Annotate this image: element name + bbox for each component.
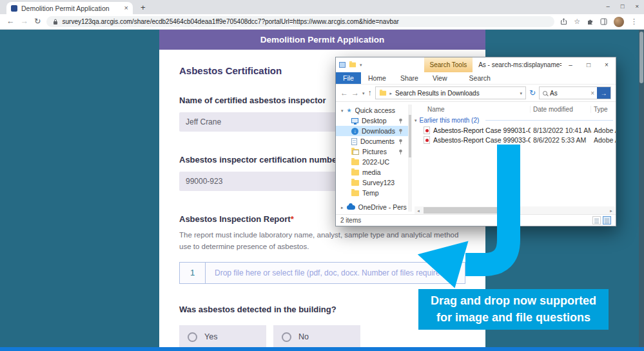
sidebar-item-2022-uc[interactable]: 2022-UC	[336, 157, 412, 167]
file-dropzone[interactable]: 1 Drop file here or select file (pdf, do…	[179, 262, 465, 284]
minimize-icon[interactable]: –	[606, 3, 609, 10]
browser-window-controls: – □ ×	[606, 3, 639, 10]
sidebar-item-media[interactable]: media	[336, 167, 412, 177]
scroll-left-icon[interactable]: ◂	[415, 208, 422, 213]
share-icon[interactable]	[560, 18, 567, 25]
survey-title: Demolition Permit Application	[260, 35, 384, 45]
explorer-back-icon[interactable]: ←	[340, 89, 348, 97]
tab-close-icon[interactable]: ×	[124, 5, 128, 12]
scroll-right-icon[interactable]: ▸	[607, 208, 615, 213]
radio-label-no: No	[298, 332, 309, 341]
horizontal-scrollbar-thumb[interactable]	[424, 207, 514, 214]
desktop-icon	[351, 118, 358, 123]
file-type-cell: Adobe Acro...	[591, 126, 616, 134]
file-row[interactable]: Asbestos-Report Case 999033-OP.pdf 8/6/2…	[415, 135, 616, 145]
column-header-type[interactable]: Type	[591, 106, 616, 113]
explorer-address-bar[interactable]: ▸ Search Results in Downloads ▾	[375, 86, 526, 99]
extensions-icon[interactable]	[587, 18, 594, 25]
explorer-app-icon	[339, 62, 346, 68]
explorer-maximize-icon[interactable]: □	[580, 57, 598, 72]
column-header-name[interactable]: Name	[415, 106, 531, 113]
search-icon	[543, 91, 547, 95]
ribbon-tab-view[interactable]: View	[425, 72, 454, 84]
chevron-down-icon[interactable]: ▾	[341, 108, 344, 113]
reload-icon[interactable]: ↻	[34, 17, 41, 26]
pin-icon[interactable]	[398, 139, 403, 145]
sidebar-item-survey123[interactable]: Survey123	[336, 177, 412, 188]
report-description: The report must include laboratory name,…	[179, 230, 465, 253]
sidebar-item-onedrive[interactable]: ▸ OneDrive - Personal	[336, 202, 412, 212]
column-headers: Name Date modified Type	[415, 104, 616, 115]
pin-icon[interactable]	[398, 118, 403, 124]
radio-circle-icon	[188, 332, 197, 342]
sidebar-item-label: Temp	[362, 189, 379, 197]
explorer-refresh-icon[interactable]: ↻	[529, 89, 536, 97]
back-icon[interactable]: ←	[6, 17, 15, 26]
group-chevron-icon[interactable]: ▾	[415, 118, 417, 123]
column-header-date-modified[interactable]: Date modified	[531, 106, 591, 113]
browser-tab[interactable]: Demolition Permit Application ×	[6, 2, 133, 14]
ribbon-tab-file[interactable]: File	[336, 72, 361, 84]
url-text: survey123qa.arcgis.com/share/ecdb25464cb…	[62, 18, 548, 25]
recent-locations-icon[interactable]: ▾	[362, 91, 365, 95]
sidebar-item-downloads[interactable]: ↓ Downloads	[336, 126, 412, 136]
ribbon-tab-home[interactable]: Home	[361, 72, 393, 84]
pin-icon[interactable]	[398, 128, 403, 134]
taskbar-strip	[0, 347, 644, 351]
explorer-status-bar: 2 items	[336, 214, 616, 226]
ribbon-tab-share[interactable]: Share	[393, 72, 425, 84]
browser-toolbar: ← → ↻ survey123qa.arcgis.com/share/ecdb2…	[0, 14, 644, 30]
search-go-button[interactable]: →	[597, 87, 610, 99]
explorer-close-icon[interactable]: ×	[598, 57, 616, 72]
dropzone-hint-text: Drop file here or select file (pdf, doc,…	[206, 263, 465, 283]
large-icons-view-icon[interactable]	[603, 216, 611, 225]
radio-option-yes[interactable]: Yes	[179, 325, 266, 349]
page-scrollbar[interactable]	[639, 30, 644, 351]
sidebar-item-documents[interactable]: Documents	[336, 136, 412, 146]
pin-icon[interactable]	[398, 149, 403, 155]
sidebar-scrollbar-thumb[interactable]	[409, 115, 411, 157]
qat-dropdown-icon[interactable]: ▾	[360, 63, 362, 67]
sidebar-item-quick-access[interactable]: ▾ ★ Quick access	[336, 105, 412, 115]
explorer-body: ▾ ★ Quick access Desktop ↓ Downloads Doc…	[336, 102, 616, 214]
sidebar-item-temp[interactable]: Temp	[336, 188, 412, 198]
sidebar-item-label: Pictures	[362, 148, 387, 155]
maximize-icon[interactable]: □	[621, 3, 625, 10]
horizontal-scrollbar[interactable]: ◂ ▸	[415, 206, 615, 214]
explorer-up-icon[interactable]: ↑	[368, 89, 372, 97]
profile-avatar[interactable]	[614, 17, 624, 27]
explorer-forward-icon[interactable]: →	[351, 89, 359, 97]
sidebar-scrollbar[interactable]	[408, 105, 412, 212]
group-header[interactable]: ▾ Earlier this month (2)	[415, 115, 616, 125]
explorer-minimize-icon[interactable]: –	[561, 57, 580, 72]
address-chevron-icon: ▸	[390, 91, 393, 95]
explorer-search-box[interactable]: × →	[539, 86, 611, 99]
explorer-search-input[interactable]	[550, 90, 588, 97]
bookmark-star-icon[interactable]: ☆	[574, 18, 580, 25]
sidebar-item-label: media	[362, 168, 381, 176]
new-tab-button[interactable]: +	[141, 3, 146, 12]
address-dropdown-icon[interactable]: ▾	[520, 91, 522, 95]
quick-access-toolbar: ▾	[339, 62, 362, 68]
close-icon[interactable]: ×	[635, 3, 639, 10]
sidebar-item-desktop[interactable]: Desktop	[336, 115, 412, 126]
lock-icon	[53, 19, 58, 25]
forward-icon[interactable]: →	[21, 17, 29, 26]
side-panel-icon[interactable]	[600, 18, 607, 25]
ribbon-tabs: File Home Share View Search	[336, 72, 616, 85]
radio-option-no[interactable]: No	[273, 325, 360, 349]
menu-kebab-icon[interactable]: ⋮	[630, 18, 638, 25]
file-row[interactable]: Asbestos-Report Case 999031-OP.pdf 8/13/…	[415, 125, 616, 135]
sidebar-item-pictures[interactable]: Pictures	[336, 146, 412, 157]
ribbon-tab-search[interactable]: Search	[462, 72, 498, 84]
details-view-icon[interactable]	[592, 216, 601, 225]
search-tools-contextual-tab[interactable]: Search Tools	[424, 57, 473, 72]
address-bar[interactable]: survey123qa.arcgis.com/share/ecdb25464cb…	[46, 16, 554, 27]
items-count: 2 items	[340, 217, 361, 224]
search-clear-icon[interactable]: ×	[590, 90, 594, 97]
chevron-right-icon[interactable]: ▸	[341, 205, 344, 210]
file-name: Asbestos-Report Case 999031-OP.pdf	[433, 126, 531, 134]
page-scrollbar-thumb[interactable]	[639, 32, 643, 83]
pdf-file-icon	[424, 126, 430, 134]
tab-title: Demolition Permit Application	[21, 5, 121, 12]
